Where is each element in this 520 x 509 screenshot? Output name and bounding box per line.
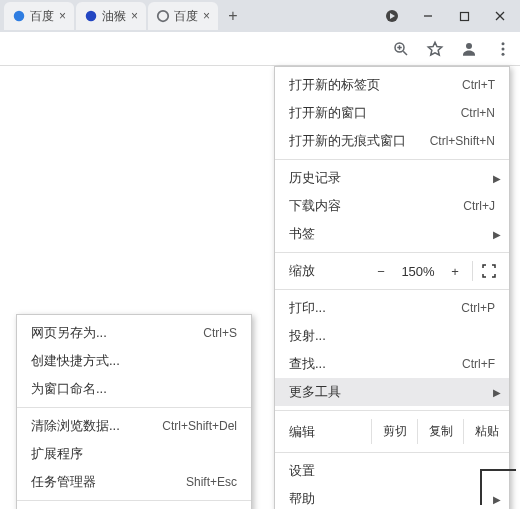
svg-point-13	[502, 42, 505, 45]
svg-point-15	[502, 52, 505, 55]
menu-bookmarks[interactable]: 书签 ▶	[275, 220, 509, 248]
tab-title: 百度	[174, 8, 199, 25]
menu-downloads[interactable]: 下载内容 Ctrl+J	[275, 192, 509, 220]
profile-avatar-icon[interactable]	[454, 34, 484, 64]
submenu-create-shortcut[interactable]: 创建快捷方式...	[17, 347, 251, 375]
chevron-right-icon: ▶	[493, 387, 501, 398]
menu-separator	[275, 252, 509, 253]
menu-incognito[interactable]: 打开新的无痕式窗口 Ctrl+Shift+N	[275, 127, 509, 155]
scrollbar-corner[interactable]	[480, 469, 516, 505]
close-window-button[interactable]	[482, 2, 518, 30]
menu-history[interactable]: 历史记录 ▶	[275, 164, 509, 192]
svg-point-1	[86, 11, 97, 22]
tab-title: 油猴	[102, 8, 127, 25]
edit-row: 编辑 剪切 复制 粘贴	[275, 415, 509, 448]
menu-cast[interactable]: 投射...	[275, 322, 509, 350]
close-icon[interactable]: ×	[203, 9, 210, 23]
window-controls	[374, 0, 520, 32]
submenu-extensions[interactable]: 扩展程序	[17, 440, 251, 468]
zoom-label: 缩放	[289, 262, 366, 280]
svg-point-0	[14, 11, 25, 22]
menu-help[interactable]: 帮助 ▶	[275, 485, 509, 509]
favicon-icon	[156, 9, 170, 23]
menu-print[interactable]: 打印... Ctrl+P	[275, 294, 509, 322]
submenu-dev-tools[interactable]: 开发者工具 Ctrl+Shift+I	[17, 505, 251, 509]
tab-2[interactable]: 百度 ×	[148, 2, 218, 30]
tab-strip: 百度 × 油猴 × 百度 × +	[0, 0, 520, 32]
toolbar	[0, 32, 520, 66]
maximize-button[interactable]	[446, 2, 482, 30]
menu-separator	[275, 452, 509, 453]
cut-button[interactable]: 剪切	[371, 419, 417, 444]
media-indicator-icon[interactable]	[374, 2, 410, 30]
menu-separator	[17, 500, 251, 501]
main-menu-button[interactable]	[488, 34, 518, 64]
close-icon[interactable]: ×	[59, 9, 66, 23]
submenu-clear-data[interactable]: 清除浏览数据... Ctrl+Shift+Del	[17, 412, 251, 440]
tab-0[interactable]: 百度 ×	[4, 2, 74, 30]
minimize-button[interactable]	[410, 2, 446, 30]
menu-settings[interactable]: 设置	[275, 457, 509, 485]
svg-point-12	[466, 43, 472, 49]
fullscreen-button[interactable]	[475, 264, 503, 278]
tab-title: 百度	[30, 8, 55, 25]
svg-point-14	[502, 47, 505, 50]
menu-separator	[275, 410, 509, 411]
bookmark-star-icon[interactable]	[420, 34, 450, 64]
menu-new-window[interactable]: 打开新的窗口 Ctrl+N	[275, 99, 509, 127]
zoom-value: 150%	[396, 264, 440, 279]
submenu-task-manager[interactable]: 任务管理器 Shift+Esc	[17, 468, 251, 496]
close-icon[interactable]: ×	[131, 9, 138, 23]
tab-1[interactable]: 油猴 ×	[76, 2, 146, 30]
more-tools-submenu: 网页另存为... Ctrl+S 创建快捷方式... 为窗口命名... 清除浏览数…	[16, 314, 252, 509]
paste-button[interactable]: 粘贴	[463, 419, 509, 444]
edit-label: 编辑	[289, 423, 371, 441]
favicon-icon	[12, 9, 26, 23]
menu-find[interactable]: 查找... Ctrl+F	[275, 350, 509, 378]
zoom-in-button[interactable]: +	[440, 264, 470, 279]
chevron-right-icon: ▶	[493, 229, 501, 240]
copy-button[interactable]: 复制	[417, 419, 463, 444]
menu-separator	[275, 289, 509, 290]
submenu-name-window[interactable]: 为窗口命名...	[17, 375, 251, 403]
submenu-save-as[interactable]: 网页另存为... Ctrl+S	[17, 319, 251, 347]
zoom-indicator-icon[interactable]	[386, 34, 416, 64]
zoom-out-button[interactable]: −	[366, 264, 396, 279]
new-tab-button[interactable]: +	[220, 3, 246, 29]
menu-new-tab[interactable]: 打开新的标签页 Ctrl+T	[275, 71, 509, 99]
zoom-row: 缩放 − 150% +	[275, 257, 509, 285]
menu-more-tools[interactable]: 更多工具 ▶	[275, 378, 509, 406]
svg-point-2	[158, 11, 169, 22]
main-menu: 打开新的标签页 Ctrl+T 打开新的窗口 Ctrl+N 打开新的无痕式窗口 C…	[274, 66, 510, 509]
svg-rect-5	[460, 12, 468, 20]
menu-separator	[17, 407, 251, 408]
svg-line-9	[403, 51, 407, 55]
favicon-icon	[84, 9, 98, 23]
menu-separator	[275, 159, 509, 160]
chevron-right-icon: ▶	[493, 173, 501, 184]
